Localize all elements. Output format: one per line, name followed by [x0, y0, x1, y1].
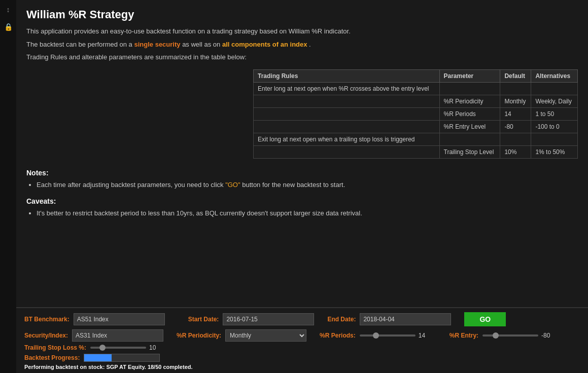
param-cell: Trailing Stop Level [439, 145, 500, 158]
progress-label: Backtest Progress: [24, 354, 80, 361]
control-row-2: Security/Index: %R Periodicity: Monthly … [24, 329, 580, 342]
default-cell: 14 [500, 107, 531, 120]
entry-slider-container: -80 [482, 332, 554, 339]
rule-cell: Enter long at next open when %R crosses … [254, 82, 440, 95]
param-cell [439, 133, 500, 145]
page-title: William %R Strategy [26, 8, 578, 21]
entry-value: -80 [541, 332, 554, 339]
all-components-link[interactable]: all components of an index [222, 41, 307, 48]
trailing-label: Trailing Stop Loss %: [24, 344, 86, 351]
notes-item: Each time after adjusting backtest param… [37, 180, 578, 191]
periods-label: %R Periods: [320, 332, 356, 339]
bt-benchmark-label: BT Benchmark: [24, 316, 70, 323]
col-header-default: Default [500, 69, 531, 82]
end-date-input[interactable] [360, 313, 451, 325]
entry-slider[interactable] [482, 334, 538, 337]
go-reference-text: "GO" [225, 181, 240, 189]
status-prefix: Performing backtest on stock: [24, 364, 106, 370]
caveats-section: Caveats: It's better to restrict backtes… [26, 197, 578, 219]
caveats-item: It's better to restrict backtest period … [37, 208, 578, 219]
trailing-slider[interactable] [90, 347, 146, 349]
default-cell [500, 82, 531, 95]
intro-line1: This application provides an easy-to-use… [26, 26, 578, 36]
control-row-4: Backtest Progress: [24, 354, 580, 362]
table-container: Trading Rules Parameter Default Alternat… [26, 69, 578, 159]
progress-bar-fill [84, 354, 111, 361]
table-row: Trailing Stop Level 10% 1% to 50% [254, 145, 578, 158]
table-row: %R Entry Level -80 -100 to 0 [254, 120, 578, 133]
go-button[interactable]: GO [464, 312, 506, 326]
status-suffix: . 18/50 completed. [145, 364, 193, 370]
rule-cell [254, 107, 440, 120]
rule-cell: Exit long at next open when a trailing s… [254, 133, 440, 145]
start-date-input[interactable] [223, 313, 314, 325]
alt-cell: -100 to 0 [531, 120, 578, 133]
param-cell: %R Periods [439, 107, 500, 120]
periodicity-select[interactable]: Monthly Weekly Daily [225, 329, 306, 342]
trailing-slider-container: 10 [90, 344, 162, 351]
security-label: Security/Index: [24, 332, 68, 339]
notes-section: Notes: Each time after adjusting backtes… [26, 169, 578, 191]
main-content: William %R Strategy This application pro… [16, 0, 588, 264]
periods-value: 14 [419, 332, 431, 339]
periods-slider-container: 14 [360, 332, 431, 339]
param-cell [439, 82, 500, 95]
default-cell: -80 [500, 120, 531, 133]
alt-cell: 1% to 50% [531, 145, 578, 158]
bottom-bar: BT Benchmark: Start Date: End Date: GO S… [16, 307, 588, 373]
rule-cell [254, 95, 440, 107]
alt-cell [531, 133, 578, 145]
intro-line3: Trading Rules and alterable parameters a… [26, 52, 578, 62]
alt-cell: Weekly, Daily [531, 95, 578, 107]
rule-cell [254, 145, 440, 158]
entry-label: %R Entry: [449, 332, 478, 339]
table-row: %R Periodicity Monthly Weekly, Daily [254, 95, 578, 107]
status-text: Performing backtest on stock: SGP AT Equ… [24, 364, 580, 370]
end-date-label: End Date: [327, 316, 356, 323]
default-cell: 10% [500, 145, 531, 158]
alt-cell [531, 82, 578, 95]
table-row: %R Periods 14 1 to 50 [254, 107, 578, 120]
table-row: Exit long at next open when a trailing s… [254, 133, 578, 145]
alt-cell: 1 to 50 [531, 107, 578, 120]
col-header-parameter: Parameter [439, 69, 500, 82]
param-cell: %R Periodicity [439, 95, 500, 107]
trailing-value: 10 [149, 344, 162, 351]
periods-slider[interactable] [360, 334, 416, 337]
sidebar-icon-resize[interactable]: ↕ [3, 4, 14, 15]
caveats-heading: Caveats: [26, 197, 578, 205]
rule-cell [254, 120, 440, 133]
intro-line2: The backtest can be performed on a singl… [26, 40, 578, 50]
progress-bar-container [84, 354, 160, 362]
table-row: Enter long at next open when %R crosses … [254, 82, 578, 95]
col-header-trading-rules: Trading Rules [254, 69, 440, 82]
control-row-1: BT Benchmark: Start Date: End Date: GO [24, 312, 580, 326]
default-cell [500, 133, 531, 145]
sidebar: ↕ 🔒 [0, 0, 16, 373]
start-date-label: Start Date: [188, 316, 219, 323]
notes-heading: Notes: [26, 169, 578, 177]
single-security-link[interactable]: single security [134, 41, 180, 48]
intro-line2-middle: as well as on [182, 41, 222, 48]
control-row-3: Trailing Stop Loss %: 10 [24, 344, 580, 351]
col-header-alternatives: Alternatives [531, 69, 578, 82]
param-cell: %R Entry Level [439, 120, 500, 133]
intro-line2-prefix: The backtest can be performed on a [26, 41, 134, 48]
security-input[interactable] [72, 329, 163, 342]
status-stock: SGP AT Equity [106, 364, 144, 370]
default-cell: Monthly [500, 95, 531, 107]
intro-line2-suffix: . [309, 41, 311, 48]
sidebar-icon-lock[interactable]: 🔒 [3, 21, 14, 32]
periodicity-label: %R Periodicity: [177, 332, 221, 339]
trading-rules-table: Trading Rules Parameter Default Alternat… [253, 69, 578, 159]
bt-benchmark-input[interactable] [74, 313, 165, 325]
